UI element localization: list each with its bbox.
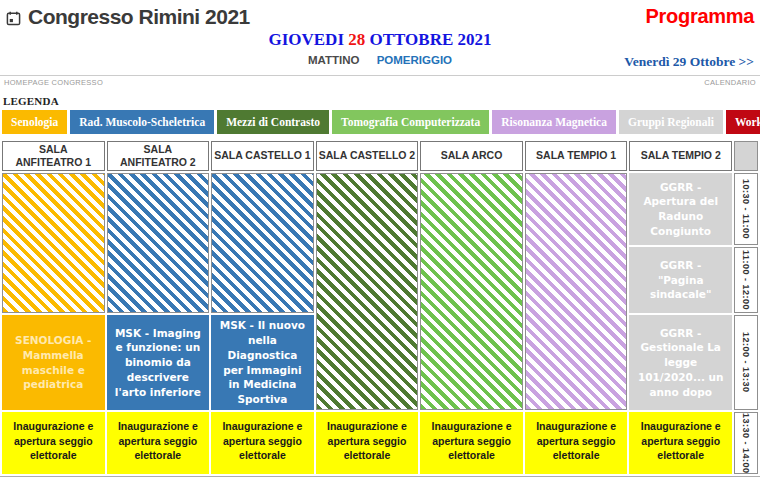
time-slot-4: 13:30 - 14:00 — [734, 412, 758, 474]
legend-item-rad-muscolo-scheletrica[interactable]: Rad. Muscolo-Scheletrica — [70, 110, 214, 134]
schedule-grid: SALA ANFITEATRO 1 SALA ANFITEATRO 2 SALA… — [2, 141, 758, 474]
room-header-sala-tempio-1: SALA TEMPIO 1 — [525, 141, 628, 171]
session-ggrr-pagina-sindacale[interactable]: GGRR - "Pagina sindacale" — [629, 247, 732, 313]
legend-item-risonanza-magnetica[interactable]: Risonanza Magnetica — [492, 110, 616, 134]
session-msk-diagnostica[interactable]: MSK - Il nuovo nella Diagnostica per Imm… — [211, 315, 314, 410]
page-title: Congresso Rimini 2021 — [28, 5, 250, 29]
next-day-link[interactable]: Venerdì 29 Ottobre >> — [624, 54, 754, 70]
nav-line: MATTINO POMERIGGIO Venerdì 29 Ottobre >> — [0, 54, 760, 72]
time-column-header — [734, 141, 758, 171]
date-weekday: GIOVEDI — [268, 30, 344, 49]
empty-slot-anfiteatro1-morning — [2, 173, 105, 313]
empty-slot-arco — [420, 173, 523, 410]
session-ggrr-gestionale[interactable]: GGRR - Gestionale La legge 101/2020... u… — [629, 315, 732, 410]
time-slot-1: 10:30 - 11:00 — [734, 173, 758, 245]
tab-pomeriggio[interactable]: POMERIGGIO — [377, 54, 452, 66]
legend-item-senologia[interactable]: Senologia — [2, 110, 67, 134]
session-election-tempio1[interactable]: Inaugurazione e apertura seggio elettora… — [525, 412, 628, 474]
legend-item-gruppi-regionali[interactable]: Gruppi Regionali — [619, 110, 723, 134]
session-senologia-mammella[interactable]: SENOLOGIA - Mammella maschile e pediatri… — [2, 315, 105, 410]
room-header-sala-castello-2: SALA CASTELLO 2 — [316, 141, 419, 171]
date-heading: GIOVEDI 28 OTTOBRE 2021 — [0, 30, 760, 52]
legend-row: Senologia Rad. Muscolo-Scheletrica Mezzi… — [2, 110, 760, 134]
legend-item-workshop-aziendali[interactable]: Workshop Aziendali — [726, 110, 760, 134]
breadcrumb-homepage-link[interactable]: HOMEPAGE CONGRESSO — [4, 78, 103, 89]
session-election-castello2[interactable]: Inaugurazione e apertura seggio elettora… — [316, 412, 419, 474]
programma-heading: Programma — [646, 5, 754, 28]
date-day-number: 28 — [348, 30, 365, 49]
session-msk-imaging[interactable]: MSK - Imaging e funzione: un binomio da … — [107, 315, 210, 410]
calendar-icon — [6, 11, 21, 26]
breadcrumb-calendario-link[interactable]: CALENDARIO — [704, 78, 756, 89]
time-slot-2: 11:00 - 12:00 — [734, 247, 758, 313]
session-election-castello1[interactable]: Inaugurazione e apertura seggio elettora… — [211, 412, 314, 474]
empty-slot-castello1-morning — [211, 173, 314, 313]
time-slot-3: 12:00 - 13:30 — [734, 315, 758, 410]
empty-slot-castello2 — [316, 173, 419, 410]
legend-item-mezzi-di-contrasto[interactable]: Mezzi di Contrasto — [217, 110, 329, 134]
top-bar: Congresso Rimini 2021 Programma — [0, 0, 760, 30]
session-election-arco[interactable]: Inaugurazione e apertura seggio elettora… — [420, 412, 523, 474]
legend-item-tomografia-computerizzata[interactable]: Tomografia Computerizzata — [332, 110, 489, 134]
empty-slot-anfiteatro2-morning — [107, 173, 210, 313]
empty-slot-tempio1 — [525, 173, 628, 410]
legend-title: LEGENDA — [3, 95, 760, 107]
room-header-sala-castello-1: SALA CASTELLO 1 — [211, 141, 314, 171]
tab-mattino[interactable]: MATTINO — [308, 54, 360, 66]
room-header-sala-anfiteatro-2: SALA ANFITEATRO 2 — [107, 141, 210, 171]
session-election-anfiteatro1[interactable]: Inaugurazione e apertura seggio elettora… — [2, 412, 105, 474]
room-header-sala-tempio-2: SALA TEMPIO 2 — [629, 141, 732, 171]
session-election-tempio2[interactable]: Inaugurazione e apertura seggio elettora… — [629, 412, 732, 474]
room-header-sala-anfiteatro-1: SALA ANFITEATRO 1 — [2, 141, 105, 171]
date-month-year: OTTOBRE 2021 — [370, 30, 492, 49]
room-header-sala-arco: SALA ARCO — [420, 141, 523, 171]
breadcrumb: HOMEPAGE CONGRESSO CALENDARIO — [0, 75, 760, 89]
session-ggrr-apertura[interactable]: GGRR - Apertura del Raduno Congiunto — [629, 173, 732, 245]
session-election-anfiteatro2[interactable]: Inaugurazione e apertura seggio elettora… — [107, 412, 210, 474]
